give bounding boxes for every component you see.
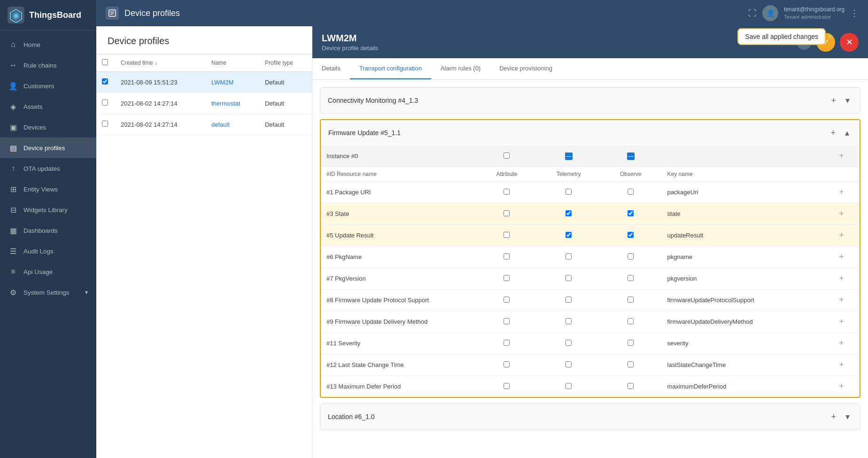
resource-add-btn[interactable]: + bbox=[836, 294, 847, 306]
resource-telemetry bbox=[538, 333, 600, 354]
sidebar-item-widgets-library[interactable]: ⊟ Widgets Library bbox=[0, 199, 96, 220]
firmware-add-btn[interactable]: + bbox=[828, 127, 838, 139]
resource-id: #8 Firmware Update Protocol Support bbox=[321, 290, 476, 311]
created-time-header: Created time ↓ bbox=[115, 54, 206, 72]
resource-id: #13 Maximum Defer Period bbox=[321, 376, 476, 397]
location-add-btn[interactable]: + bbox=[828, 411, 839, 423]
resource-id: #5 Update Result bbox=[321, 225, 476, 246]
row-created: 2021-08-02 14:27:14 bbox=[115, 114, 206, 135]
fullscreen-button[interactable]: ⛶ bbox=[748, 8, 757, 18]
sidebar-item-api-usage[interactable]: ≡ Api Usage bbox=[0, 261, 96, 282]
sidebar-item-entity-views[interactable]: ⊞ Entity Views bbox=[0, 179, 96, 199]
profile-type-header: Profile type bbox=[259, 54, 312, 72]
profile-row[interactable]: 2021-08-02 14:27:14 thermostat Default bbox=[96, 93, 312, 114]
tab-provisioning[interactable]: Device provisioning bbox=[490, 58, 562, 79]
sidebar-item-home[interactable]: ⌂ Home bbox=[0, 34, 96, 55]
resource-id: #12 Last State Change Time bbox=[321, 354, 476, 376]
resource-add-btn[interactable]: + bbox=[836, 251, 847, 263]
tab-details[interactable]: Details bbox=[312, 58, 350, 79]
resource-add-btn[interactable]: + bbox=[836, 381, 847, 392]
instance-telem-check: — bbox=[538, 145, 600, 167]
resource-observe bbox=[600, 225, 662, 246]
resource-add-btn[interactable]: + bbox=[836, 273, 847, 284]
detail-content: Connectivity Monitoring #4_1.3 + ▾ Firmw… bbox=[312, 80, 868, 458]
sidebar-item-customers[interactable]: 👤 Customers bbox=[0, 76, 96, 96]
row-name: LWM2M bbox=[206, 72, 259, 93]
location-header[interactable]: Location #6_1.0 + ▾ bbox=[320, 404, 860, 429]
instance-add-btn[interactable]: + bbox=[836, 150, 847, 162]
resource-add-btn[interactable]: + bbox=[836, 208, 847, 220]
resource-attr bbox=[476, 354, 538, 376]
resource-row: #6 PkgName pkgname + bbox=[321, 246, 860, 268]
resource-observe bbox=[600, 333, 662, 354]
connectivity-actions: + ▾ bbox=[828, 94, 852, 107]
svg-point-3 bbox=[14, 14, 18, 18]
customers-icon: 👤 bbox=[8, 81, 18, 91]
firmware-collapse-btn[interactable]: ▴ bbox=[842, 127, 852, 139]
resource-observe bbox=[600, 354, 662, 376]
more-options-button[interactable]: ⋮ bbox=[850, 8, 859, 18]
resource-add-btn[interactable]: + bbox=[836, 316, 847, 328]
resource-row: #5 Update Result updateResult + bbox=[321, 225, 860, 246]
sidebar-item-devices[interactable]: ▣ Devices bbox=[0, 117, 96, 137]
api-usage-icon: ≡ bbox=[8, 267, 18, 276]
detail-tabs: Details Transport configuration Alarm ru… bbox=[312, 58, 868, 80]
resource-keyname: pkgversion bbox=[662, 268, 824, 290]
sidebar-item-rule-chains[interactable]: ↔ Rule chains bbox=[0, 55, 96, 76]
sidebar-logo-text: ThingsBoard bbox=[29, 10, 81, 20]
sidebar-item-audit-logs[interactable]: ☰ Audit Logs bbox=[0, 241, 96, 261]
col-header-attribute: Attribute bbox=[476, 167, 538, 182]
sidebar-item-ota-updates[interactable]: ↑ OTA updates bbox=[0, 158, 96, 179]
resource-attr bbox=[476, 333, 538, 354]
select-all-checkbox[interactable] bbox=[102, 59, 108, 65]
resource-row: #1 Package URI packageUri + bbox=[321, 182, 860, 203]
entity-views-icon: ⊞ bbox=[8, 184, 18, 194]
resource-add-btn[interactable]: + bbox=[836, 229, 847, 241]
content-area: Device profiles Created time ↓ Name Prof… bbox=[96, 26, 868, 458]
profiles-table: Created time ↓ Name Profile type 2021-08… bbox=[96, 54, 312, 135]
sidebar-item-dashboards[interactable]: ▦ Dashboards bbox=[0, 220, 96, 241]
row-name: thermostat bbox=[206, 93, 259, 114]
sidebar-item-device-profiles[interactable]: ▤ Device profiles bbox=[0, 137, 96, 158]
sidebar-navigation: ⌂ Home ↔ Rule chains 👤 Customers ◈ Asset… bbox=[0, 31, 96, 458]
row-created: 2021-08-09 15:51:23 bbox=[115, 72, 206, 93]
rule-chains-icon: ↔ bbox=[8, 61, 18, 70]
user-avatar[interactable]: 👤 bbox=[762, 5, 778, 21]
sidebar-item-assets[interactable]: ◈ Assets bbox=[0, 96, 96, 117]
row-checkbox[interactable] bbox=[102, 121, 108, 127]
resource-add-btn[interactable]: + bbox=[836, 359, 847, 371]
user-email: tenant@thingsboard.org bbox=[784, 6, 845, 14]
resource-attr bbox=[476, 290, 538, 311]
connectivity-add-btn[interactable]: + bbox=[828, 95, 839, 107]
main-area: Device profiles ⛶ 👤 tenant@thingsboard.o… bbox=[96, 0, 868, 458]
widgets-library-icon: ⊟ bbox=[8, 205, 18, 214]
connectivity-expand-btn[interactable]: ▾ bbox=[843, 94, 852, 107]
row-profile: Default bbox=[259, 93, 312, 114]
col-header-id: #ID Resource name bbox=[321, 167, 476, 182]
connectivity-header[interactable]: Connectivity Monitoring #4_1.3 + ▾ bbox=[320, 88, 860, 113]
col-header-observe: Observe bbox=[600, 167, 662, 182]
profile-row[interactable]: 2021-08-09 15:51:23 LWM2M Default bbox=[96, 72, 312, 93]
instance-label: Instance #0 bbox=[321, 145, 476, 167]
firmware-header[interactable]: Firmware Update #5_1.1 + ▴ bbox=[321, 120, 860, 145]
dashboards-icon: ▦ bbox=[8, 226, 18, 235]
profile-row[interactable]: 2021-08-02 14:27:14 default Default bbox=[96, 114, 312, 135]
resource-id: #7 PkgVersion bbox=[321, 268, 476, 290]
resource-add-btn[interactable]: + bbox=[836, 186, 847, 198]
right-panel: LWM2M Device profile details Save all ap… bbox=[312, 26, 868, 458]
resource-attr bbox=[476, 246, 538, 268]
resource-table: Instance #0 — — + #ID Resource name Attr… bbox=[321, 145, 860, 397]
resource-add-btn[interactable]: + bbox=[836, 337, 847, 349]
resource-observe bbox=[600, 311, 662, 333]
row-checkbox[interactable] bbox=[102, 99, 108, 106]
tab-alarm-rules[interactable]: Alarm rules (0) bbox=[431, 58, 490, 79]
user-role: Tenant administrator bbox=[784, 14, 845, 20]
row-checkbox[interactable] bbox=[102, 78, 108, 84]
resource-telemetry bbox=[538, 246, 600, 268]
tab-transport[interactable]: Transport configuration bbox=[350, 58, 431, 79]
connectivity-section: Connectivity Monitoring #4_1.3 + ▾ bbox=[320, 87, 860, 114]
cancel-button[interactable]: ✕ bbox=[840, 33, 859, 52]
location-expand-btn[interactable]: ▾ bbox=[843, 411, 852, 423]
resource-attr bbox=[476, 311, 538, 333]
sidebar-item-system-settings[interactable]: ⚙ System Settings ▾ bbox=[0, 282, 96, 303]
